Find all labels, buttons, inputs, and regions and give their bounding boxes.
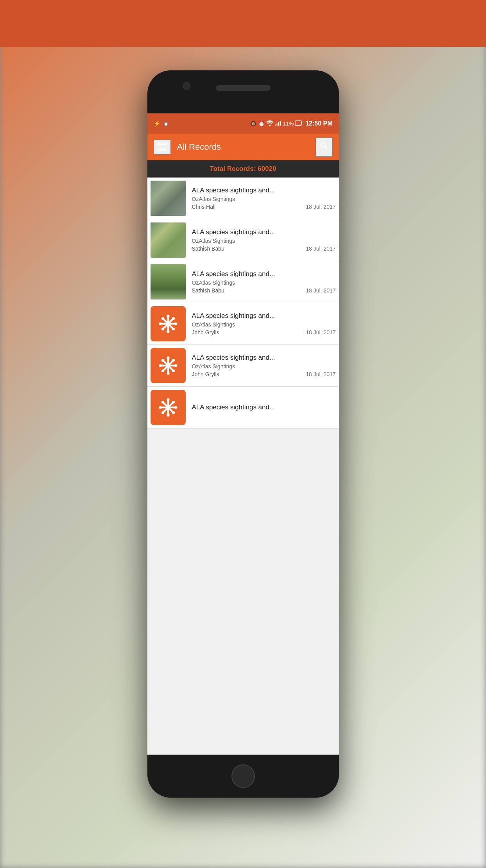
record-meta: Chris Hall 18 Jul, 2017: [192, 204, 336, 210]
phone-speaker: [216, 85, 271, 91]
hamburger-line-2: [158, 147, 167, 148]
record-date: 18 Jul, 2017: [306, 371, 335, 377]
svg-point-13: [174, 322, 177, 325]
hamburger-line-3: [158, 149, 167, 151]
alarm-icon: ⏰: [258, 120, 265, 127]
record-date: 18 Jul, 2017: [306, 287, 335, 294]
record-info: ALA species sightings and... OzAtlas Sig…: [189, 224, 339, 256]
species-branch-icon: [158, 397, 179, 418]
record-author: Chris Hall: [192, 204, 216, 210]
record-meta: Sathish Babu 18 Jul, 2017: [192, 287, 336, 294]
svg-rect-2: [276, 123, 278, 126]
record-info: ALA species sightings and... OzAtlas Sig…: [189, 182, 339, 215]
record-meta: Sathish Babu 18 Jul, 2017: [192, 246, 336, 252]
svg-point-25: [174, 364, 177, 367]
svg-point-16: [161, 317, 164, 320]
svg-point-19: [161, 328, 164, 330]
svg-point-36: [159, 406, 161, 409]
total-records-bar: Total Records: 60020: [147, 160, 339, 178]
wifi-icon: [266, 120, 273, 127]
record-item[interactable]: ALA species sightings and... OzAtlas Sig…: [147, 303, 339, 345]
records-list[interactable]: ALA species sightings and... OzAtlas Sig…: [147, 178, 339, 755]
record-source: OzAtlas Sightings: [192, 363, 336, 369]
record-thumbnail: [151, 390, 186, 425]
svg-point-17: [172, 328, 174, 330]
record-title: ALA species sightings and...: [192, 270, 336, 278]
home-button[interactable]: [231, 764, 255, 788]
phone-top-bezel: [147, 70, 339, 113]
record-item[interactable]: ALA species sightings and... OzAtlas Sig…: [147, 345, 339, 387]
svg-point-12: [159, 322, 161, 325]
species-branch-icon: [158, 313, 179, 334]
record-author: John Grylls: [192, 329, 219, 335]
record-date: 18 Jul, 2017: [306, 246, 335, 252]
record-meta: John Grylls 18 Jul, 2017: [192, 329, 336, 335]
svg-point-37: [174, 406, 177, 409]
hamburger-line-1: [158, 143, 167, 145]
hamburger-button[interactable]: [154, 140, 171, 154]
record-thumbnail: [151, 222, 186, 258]
species-branch-icon: [158, 355, 179, 376]
record-item[interactable]: ALA species sightings and... OzAtlas Sig…: [147, 219, 339, 261]
svg-rect-4: [280, 121, 281, 126]
record-item[interactable]: ALA species sightings and... OzAtlas Sig…: [147, 261, 339, 303]
svg-point-18: [172, 317, 174, 320]
phone-screen: ⚡ ▣ 🔕 ⏰: [147, 113, 339, 755]
record-author: John Grylls: [192, 371, 219, 377]
record-info: ALA species sightings and... OzAtlas Sig…: [189, 349, 339, 382]
phone-bottom-bezel: [147, 755, 339, 798]
search-icon: [319, 141, 329, 151]
svg-point-24: [159, 364, 161, 367]
svg-point-31: [161, 369, 164, 372]
record-thumbnail: [151, 264, 186, 299]
svg-point-39: [167, 414, 169, 416]
svg-point-15: [167, 330, 169, 333]
svg-point-41: [172, 411, 174, 414]
record-item[interactable]: ALA species sightings and...: [147, 387, 339, 429]
search-button[interactable]: [316, 137, 333, 157]
svg-point-38: [167, 398, 169, 401]
status-time: 12:50 PM: [305, 120, 332, 127]
record-info: ALA species sightings and...: [189, 399, 339, 416]
record-title: ALA species sightings and...: [192, 187, 336, 194]
record-info: ALA species sightings and... OzAtlas Sig…: [189, 265, 339, 298]
record-thumbnail: [151, 306, 186, 341]
status-right-icons: 🔕 ⏰ 11%: [250, 120, 332, 127]
status-left-icons: ⚡ ▣: [154, 120, 169, 127]
record-thumbnail: [151, 181, 186, 216]
phone-camera: [183, 82, 190, 90]
record-source: OzAtlas Sightings: [192, 280, 336, 286]
svg-rect-3: [278, 122, 279, 126]
record-title: ALA species sightings and...: [192, 354, 336, 362]
screenshot-icon: ▣: [163, 120, 169, 127]
status-bar: ⚡ ▣ 🔕 ⏰: [147, 113, 339, 134]
record-item[interactable]: ALA species sightings and... OzAtlas Sig…: [147, 178, 339, 219]
svg-point-42: [172, 401, 174, 404]
svg-point-40: [161, 401, 164, 404]
svg-rect-1: [275, 124, 276, 126]
svg-point-0: [269, 125, 271, 126]
usb-icon: ⚡: [154, 120, 160, 127]
record-thumbnail: [151, 348, 186, 383]
record-source: OzAtlas Sightings: [192, 321, 336, 328]
phone-shell: ⚡ ▣ 🔕 ⏰: [147, 70, 339, 798]
signal-icon: [275, 120, 281, 127]
record-title: ALA species sightings and...: [192, 312, 336, 320]
record-meta: John Grylls 18 Jul, 2017: [192, 371, 336, 377]
record-author: Sathish Babu: [192, 246, 224, 252]
record-title: ALA species sightings and...: [192, 228, 336, 236]
battery-icon: [295, 120, 302, 127]
svg-rect-7: [296, 121, 297, 125]
svg-point-14: [167, 315, 169, 317]
mute-icon: 🔕: [250, 120, 256, 127]
battery-percent: 11%: [283, 120, 294, 127]
svg-rect-6: [302, 122, 303, 124]
app-title: All Records: [177, 142, 316, 152]
svg-point-28: [161, 359, 164, 362]
svg-point-30: [172, 359, 174, 362]
record-date: 18 Jul, 2017: [306, 329, 335, 335]
svg-point-27: [167, 372, 169, 375]
record-source: OzAtlas Sightings: [192, 238, 336, 244]
svg-point-43: [161, 411, 164, 414]
background-top-bar: [0, 0, 486, 47]
